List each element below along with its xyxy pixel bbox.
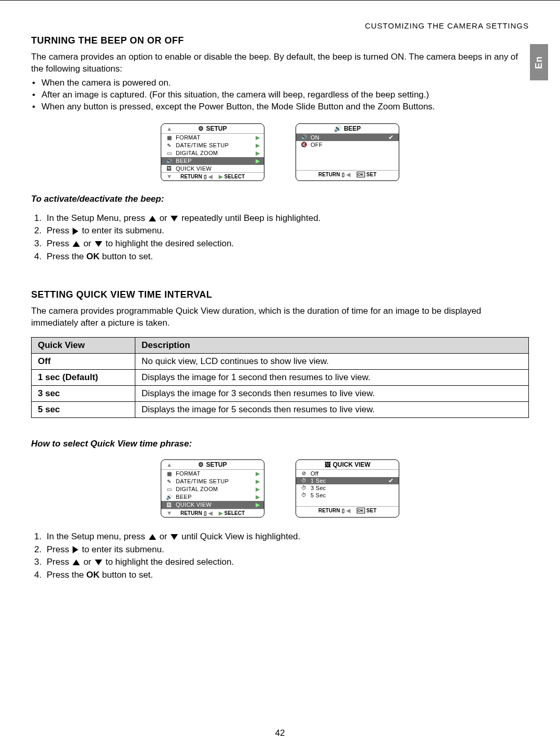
beep-steps: In the Setup Menu, press or repeatedly u…	[31, 212, 529, 263]
timer-icon: ⏱	[300, 492, 307, 498]
qv-intro: The camera provides programmable Quick V…	[31, 305, 529, 329]
triangle-left-icon: ◀	[208, 510, 213, 516]
speaker-icon: 🔊	[165, 494, 173, 500]
lcd-setup-quickview: ▲⚙SETUP ▦FORMAT▶ ✎DATE/TIME SETUP▶ ▭DIGI…	[161, 459, 264, 518]
table-header: Description	[135, 337, 529, 353]
ok-icon: OK	[357, 508, 365, 513]
table-cell: 5 sec	[32, 401, 135, 417]
quickview-icon: 🖼	[165, 165, 173, 171]
up-icon: ▲	[166, 125, 172, 132]
quickview-table: Quick View Description OffNo quick view,…	[31, 337, 529, 418]
triangle-up-icon	[149, 534, 156, 540]
table-cell: Displays the image for 3 seconds then re…	[135, 385, 529, 401]
chevron-right-icon: ▶	[256, 486, 260, 493]
chevron-right-icon: ▶	[256, 142, 260, 149]
page-number: 42	[0, 728, 560, 738]
up-icon: ▲	[166, 462, 172, 468]
quickview-icon: 🖼	[325, 461, 331, 468]
bullet: When any button is pressed, except the P…	[41, 101, 529, 113]
chevron-right-icon: ▶	[256, 158, 260, 164]
quickview-icon: 🖼	[165, 502, 173, 508]
setup-icon: ⚙	[198, 461, 204, 468]
chevron-right-icon: ▶	[256, 494, 260, 500]
triangle-down-icon	[95, 560, 102, 565]
speaker-icon: 🔊	[165, 158, 173, 164]
section-title-beep: TURNING THE BEEP ON OR OFF	[31, 35, 529, 46]
check-icon: ✔	[388, 134, 394, 141]
triangle-right-icon: ▶	[219, 510, 223, 516]
section-title-quickview: SETTING QUICK VIEW TIME INTERVAL	[31, 289, 529, 300]
qv-subhead: How to select Quick View time phrase:	[31, 439, 529, 449]
lcd-beep-submenu: 🔊BEEP 🔊ON✔ 🔇OFF RETURN▯◀ OKSET	[296, 123, 399, 181]
triangle-down-icon	[95, 241, 102, 247]
speaker-off-icon: 🔇	[300, 142, 307, 147]
chevron-right-icon: ▶	[256, 470, 260, 477]
speaker-on-icon: 🔊	[300, 134, 307, 140]
header-breadcrumb: CUSTOMIZING THE CAMERA SETTINGS	[31, 21, 529, 30]
triangle-right-icon	[73, 228, 78, 235]
triangle-down-icon	[171, 216, 178, 221]
down-icon: ▼	[166, 510, 172, 516]
speaker-icon: 🔊	[334, 125, 342, 132]
datetime-icon: ✎	[165, 479, 173, 484]
chevron-right-icon: ▶	[256, 478, 260, 485]
triangle-up-icon	[149, 216, 156, 221]
ok-icon: OK	[357, 172, 365, 177]
triangle-left-icon: ◀	[208, 174, 213, 179]
language-tab: En	[530, 44, 548, 80]
datetime-icon: ✎	[165, 143, 173, 148]
table-cell: 1 sec (Default)	[32, 369, 135, 385]
table-cell: Off	[32, 353, 135, 369]
table-cell: 3 sec	[32, 385, 135, 401]
setup-icon: ⚙	[198, 125, 204, 132]
triangle-down-icon	[171, 534, 178, 540]
lcd-setup-beep: ▲⚙SETUP ▦FORMAT▶ ✎DATE/TIME SETUP▶ ▭DIGI…	[161, 123, 264, 181]
qv-steps: In the Setup menu, press or until Quick …	[31, 530, 529, 581]
triangle-up-icon	[73, 560, 80, 565]
triangle-left-icon: ◀	[346, 172, 351, 177]
zoom-icon: ▭	[165, 150, 173, 156]
down-icon: ▼	[166, 173, 172, 179]
bullet: After an image is captured. (For this si…	[41, 89, 529, 101]
bullet: When the camera is powered on.	[41, 77, 529, 89]
zoom-icon: ▭	[165, 486, 173, 492]
triangle-left-icon: ◀	[346, 508, 351, 513]
table-cell: Displays the image for 1 second then res…	[135, 369, 529, 385]
chevron-right-icon: ▶	[256, 134, 260, 141]
beep-intro: The camera provides an option to enable …	[31, 51, 529, 75]
chevron-right-icon: ▶	[256, 501, 260, 508]
triangle-up-icon	[73, 241, 80, 247]
lcd-quickview-submenu: 🖼QUICK VIEW ⊘Off ⏱1 Sec✔ ⏱3 Sec ⏱5 Sec R…	[296, 459, 399, 518]
off-icon: ⊘	[300, 470, 307, 476]
beep-subhead: To activate/deactivate the beep:	[31, 194, 529, 204]
format-icon: ▦	[165, 135, 173, 141]
check-icon: ✔	[388, 477, 394, 484]
format-icon: ▦	[165, 471, 173, 477]
beep-bullets: When the camera is powered on. After an …	[31, 77, 529, 113]
table-cell: Displays the image for 5 seconds then re…	[135, 401, 529, 417]
table-cell: No quick view, LCD continues to show liv…	[135, 353, 529, 369]
table-header: Quick View	[32, 337, 135, 353]
chevron-right-icon: ▶	[256, 150, 260, 157]
triangle-right-icon	[73, 546, 78, 553]
triangle-right-icon: ▶	[219, 174, 223, 179]
timer-icon: ⏱	[300, 485, 307, 491]
timer-icon: ⏱	[300, 478, 307, 483]
